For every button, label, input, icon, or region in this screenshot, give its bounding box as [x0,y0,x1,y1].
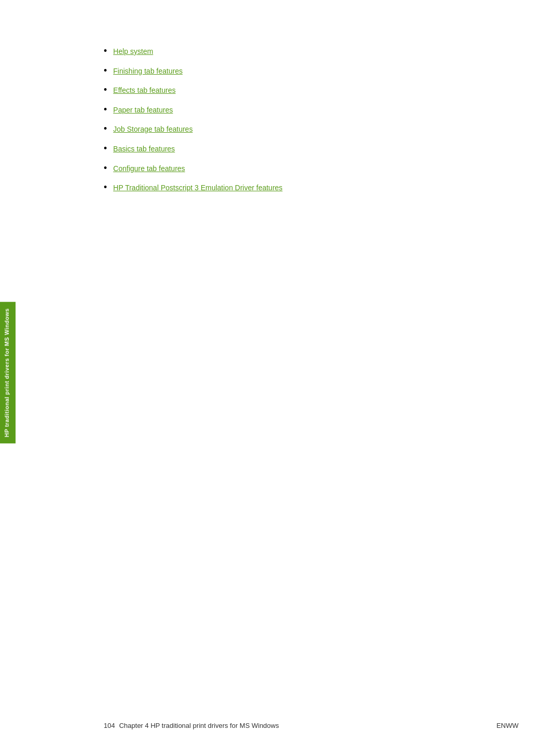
footer-right-text: ENWW [496,722,519,729]
main-content: •Help system•Finishing tab features•Effe… [104,0,519,193]
bullet-icon: • [104,104,107,115]
bullet-icon: • [104,65,107,76]
footer: 104 Chapter 4 HP traditional print drive… [0,722,560,729]
nav-list: •Help system•Finishing tab features•Effe… [104,47,519,193]
bullet-icon: • [104,143,107,154]
footer-left: 104 Chapter 4 HP traditional print drive… [104,722,279,729]
bullet-icon: • [104,163,107,174]
nav-link-basics-tab-features[interactable]: Basics tab features [113,144,175,154]
bullet-icon: • [104,123,107,134]
nav-link-effects-tab-features[interactable]: Effects tab features [113,86,175,96]
list-item: •Basics tab features [104,144,519,154]
list-item: •HP Traditional Postscript 3 Emulation D… [104,183,519,193]
list-item: •Paper tab features [104,105,519,116]
bullet-icon: • [104,182,107,193]
bullet-icon: • [104,46,107,57]
nav-link-configure-tab-features[interactable]: Configure tab features [113,164,185,174]
sidebar-label: HP traditional print drivers for MS Wind… [0,302,16,443]
bullet-icon: • [104,85,107,95]
list-item: •Configure tab features [104,164,519,174]
list-item: •Help system [104,47,519,57]
list-item: •Job Storage tab features [104,124,519,135]
nav-link-job-storage-tab-features[interactable]: Job Storage tab features [113,124,192,135]
list-item: •Effects tab features [104,86,519,96]
nav-link-help-system[interactable]: Help system [113,47,153,57]
list-item: •Finishing tab features [104,66,519,77]
nav-link-finishing-tab-features[interactable]: Finishing tab features [113,66,183,77]
nav-link-hp-traditional-postscript[interactable]: HP Traditional Postscript 3 Emulation Dr… [113,183,283,193]
footer-chapter-text: Chapter 4 HP traditional print drivers f… [119,722,279,729]
nav-link-paper-tab-features[interactable]: Paper tab features [113,105,173,116]
footer-page-number: 104 [104,722,115,729]
